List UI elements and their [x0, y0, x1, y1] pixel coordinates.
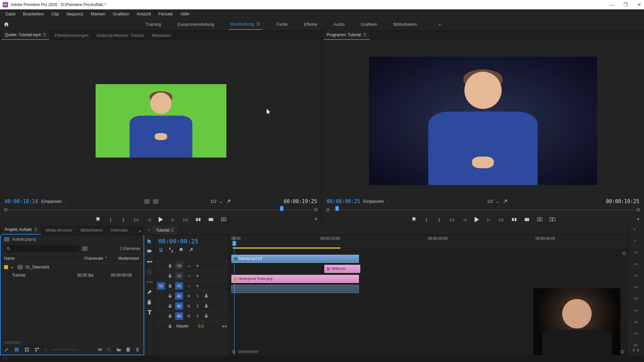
razor-tool-icon[interactable]: [146, 268, 153, 275]
track-name[interactable]: V3: [175, 262, 183, 269]
mark-out-icon[interactable]: }: [436, 217, 442, 223]
step-back-icon[interactable]: ◁: [462, 217, 468, 223]
tab-quelle[interactable]: Quelle: Tutorial.mp4☰: [1, 31, 50, 40]
track-head-v2[interactable]: V2 ▭ 👁: [155, 271, 228, 281]
mute-button[interactable]: M: [186, 303, 192, 309]
snap-icon[interactable]: [158, 247, 164, 253]
lock-icon[interactable]: [168, 314, 172, 318]
track-toggle-output-icon[interactable]: ▭: [186, 273, 192, 279]
program-resolution-select[interactable]: 1/2⌄: [487, 199, 499, 204]
add-marker-tl-icon[interactable]: [178, 247, 184, 253]
step-forward-icon[interactable]: ▷: [486, 217, 492, 223]
project-row-sequence[interactable]: Tutorial 30,00 fps 00:00:00:00: [1, 271, 144, 279]
voiceover-icon[interactable]: [203, 303, 209, 309]
program-tc-in[interactable]: 00:00:00:25: [327, 198, 360, 204]
go-to-out-icon[interactable]: ▷|: [498, 217, 504, 223]
track-toggle-eye-icon[interactable]: 👁: [195, 263, 201, 269]
track-name[interactable]: A1: [175, 292, 183, 300]
tab-informatic[interactable]: Informatic: [107, 226, 132, 235]
source-viewport[interactable]: [96, 84, 226, 158]
source-scrubber[interactable]: [4, 206, 318, 214]
track-toggle-eye-icon[interactable]: 👁: [195, 283, 201, 289]
tab-programm[interactable]: Programm: Tutorial☰: [323, 31, 370, 40]
new-bin-button[interactable]: [116, 347, 121, 352]
add-marker-icon[interactable]: [411, 217, 417, 223]
track-v3[interactable]: Tutorial.mp4 [V]: [229, 254, 627, 264]
mark-in-icon[interactable]: {: [424, 217, 430, 223]
menu-fenster[interactable]: Fenster: [155, 10, 176, 18]
export-frame-icon[interactable]: [537, 217, 543, 223]
column-name[interactable]: Name: [4, 256, 85, 261]
track-head-a2[interactable]: A2 M S: [155, 301, 228, 311]
lock-icon[interactable]: [168, 274, 172, 278]
slip-tool-icon[interactable]: [146, 279, 153, 285]
menu-ansicht[interactable]: Ansicht: [133, 10, 154, 18]
selection-tool-icon[interactable]: [146, 238, 153, 245]
track-head-master[interactable]: Master 0,0 ▸◂: [155, 321, 228, 331]
go-to-in-icon[interactable]: |◁: [449, 217, 455, 223]
track-select-tool-icon[interactable]: [146, 248, 153, 255]
tab-media-browser[interactable]: Media-Browser: [42, 226, 76, 235]
label-swatch[interactable]: [4, 265, 8, 269]
menu-clip[interactable]: Clip: [48, 10, 62, 18]
track-name[interactable]: V2: [175, 272, 183, 280]
workspace-audio[interactable]: Audio: [332, 19, 346, 29]
workspace-farbe[interactable]: Farbe: [275, 19, 289, 29]
workspace-menu-icon[interactable]: ☰: [256, 21, 260, 26]
write-icon[interactable]: [4, 347, 9, 352]
source-drag-video-icon[interactable]: [144, 199, 150, 204]
track-toggle-output-icon[interactable]: ▭: [186, 283, 192, 289]
workspace-zusammenstellung[interactable]: Zusammenstellung: [176, 19, 215, 29]
go-to-out-icon[interactable]: ▷|: [182, 217, 189, 223]
button-editor-icon[interactable]: +: [636, 216, 640, 223]
track-toggle-output-icon[interactable]: ▭: [186, 263, 192, 269]
maximize-button[interactable]: ❐: [624, 2, 628, 7]
home-icon[interactable]: [3, 21, 10, 28]
automate-icon[interactable]: [97, 347, 103, 352]
project-hscroll[interactable]: [4, 341, 21, 344]
export-frame-icon[interactable]: [221, 217, 227, 223]
icon-view-icon[interactable]: [24, 347, 30, 352]
delete-icon[interactable]: [135, 347, 140, 352]
menu-datei[interactable]: Datei: [2, 10, 19, 18]
program-viewport[interactable]: [369, 57, 597, 185]
timeline-vscroll-handle[interactable]: [623, 252, 626, 255]
track-head-a1[interactable]: A1 M S: [155, 291, 228, 301]
wrench-icon[interactable]: [503, 199, 508, 204]
close-button[interactable]: ✕: [637, 2, 641, 7]
source-tc-in[interactable]: 00:00:18:14: [5, 198, 38, 204]
tl-settings-icon[interactable]: [189, 247, 194, 253]
clip-hintergrund[interactable]: Hintergrund Textur.png: [231, 275, 359, 283]
item-name[interactable]: 01_Übersicht: [25, 265, 86, 269]
freeform-view-icon[interactable]: [34, 347, 40, 352]
disclosure-icon[interactable]: ▸: [11, 265, 15, 269]
item-name[interactable]: Tutorial: [12, 273, 72, 278]
program-playhead[interactable]: [335, 206, 339, 211]
new-bin-icon[interactable]: [82, 246, 88, 251]
work-area-bar[interactable]: [233, 247, 340, 249]
mute-button[interactable]: M: [186, 313, 192, 319]
track-name[interactable]: A2: [175, 302, 183, 310]
panel-overflow-icon[interactable]: »: [137, 227, 143, 235]
list-view-icon[interactable]: [14, 347, 19, 352]
workspace-overflow-icon[interactable]: »: [438, 22, 441, 27]
tab-metadaten[interactable]: Metadaten: [148, 31, 174, 40]
menu-hilfe[interactable]: Hilfe: [177, 10, 193, 18]
play-icon[interactable]: [159, 217, 163, 222]
pen-tool-icon[interactable]: [146, 289, 153, 295]
workspace-bibliotheken[interactable]: Bibliotheken: [392, 19, 419, 29]
project-search-input[interactable]: [4, 245, 79, 252]
mark-out-icon[interactable]: }: [120, 217, 126, 223]
clip-audio[interactable]: [231, 285, 359, 293]
clip-willkomm[interactable]: Willkomm: [324, 265, 360, 273]
project-row-folder[interactable]: ▸ 01_Übersicht: [1, 263, 144, 271]
lock-icon[interactable]: [168, 294, 172, 298]
panel-menu-icon[interactable]: ☰: [170, 228, 174, 233]
program-zoom-select[interactable]: Einpassen⌄: [363, 199, 389, 204]
wrench-icon[interactable]: [226, 199, 231, 204]
solo-button[interactable]: S: [195, 293, 201, 299]
panel-menu-icon[interactable]: ☰: [363, 33, 367, 37]
menu-sequenz[interactable]: Sequenz: [63, 10, 87, 18]
tab-effekteinstellungen[interactable]: Effekteinstellungen: [51, 31, 92, 40]
track-head-a3[interactable]: A3 M S: [155, 311, 228, 321]
